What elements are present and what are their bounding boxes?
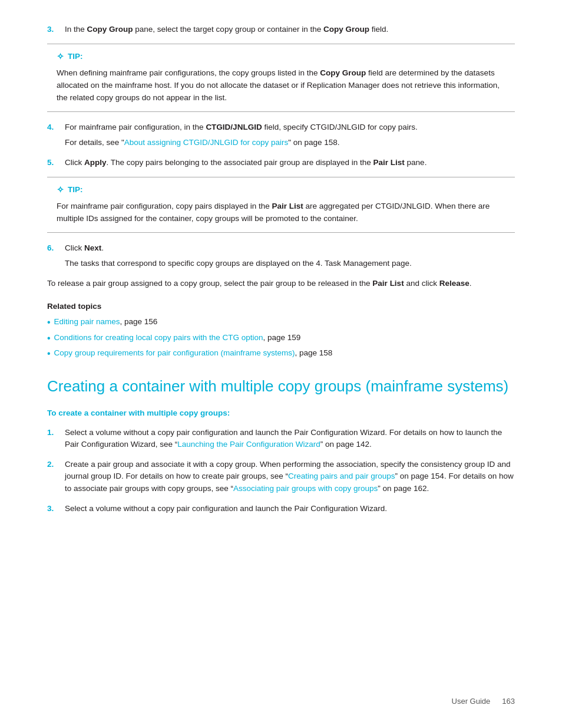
- step-4-content: For mainframe pair configuration, in the…: [65, 121, 515, 149]
- pair-list-label-1: Pair List: [373, 158, 405, 167]
- page: 3. In the Copy Group pane, select the ta…: [0, 0, 562, 728]
- section-heading: Creating a container with multiple copy …: [47, 377, 515, 397]
- new-step-2-number: 2.: [47, 459, 59, 495]
- related-link-2[interactable]: Conditions for creating local copy pairs…: [54, 333, 263, 342]
- tip-label-2: TIP:: [68, 184, 83, 196]
- release-paragraph: To release a pair group assigned to a co…: [47, 278, 515, 290]
- step-6-content: Click Next. The tasks that correspond to…: [65, 242, 515, 270]
- pair-list-label-2: Pair List: [372, 279, 404, 288]
- ctgid-label: CTGID/JNLGID: [206, 123, 262, 131]
- step-5-item: 5. Click Apply. The copy pairs belonging…: [47, 157, 515, 169]
- new-step-2-content: Create a pair group and associate it wit…: [65, 459, 515, 495]
- related-item-3-text: Copy group requirements for pair configu…: [54, 347, 333, 359]
- related-link-3[interactable]: Copy group requirements for pair configu…: [54, 348, 295, 357]
- step-6-item: 6. Click Next. The tasks that correspond…: [47, 242, 515, 270]
- step4-link[interactable]: About assigning CTGID/JNLGID for copy pa…: [124, 138, 288, 147]
- new-step-3-number: 3.: [47, 503, 59, 515]
- related-topics-section: Related topics • Editing pair names, pag…: [47, 301, 515, 360]
- step-4-number: 4.: [47, 121, 59, 149]
- new-step-3-item: 3. Select a volume without a copy pair c…: [47, 503, 515, 515]
- related-link-1[interactable]: Editing pair names: [54, 317, 120, 326]
- bullet-2: •: [47, 332, 51, 345]
- new-step-1-content: Select a volume without a copy pair conf…: [65, 427, 515, 451]
- tip-box-2: ✧ TIP: For mainframe pair configuration,…: [47, 177, 515, 232]
- related-topics-title: Related topics: [47, 301, 515, 312]
- new-step-2-link1[interactable]: Creating pairs and pair groups: [288, 472, 395, 480]
- related-item-3: • Copy group requirements for pair confi…: [47, 347, 515, 360]
- step-5-number: 5.: [47, 157, 59, 169]
- bullet-1: •: [47, 316, 51, 329]
- footer-label: User Guide: [452, 696, 491, 707]
- related-item-2-text: Conditions for creating local copy pairs…: [54, 332, 301, 344]
- copy-group-label-1: Copy Group: [87, 25, 133, 34]
- copy-group-label-2: Copy Group: [323, 25, 369, 34]
- footer-page-number: 163: [502, 696, 515, 707]
- step4-link-suffix: " on page 158.: [288, 138, 339, 147]
- new-step-1-item: 1. Select a volume without a copy pair c…: [47, 427, 515, 451]
- step-3-content: In the Copy Group pane, select the targe…: [65, 24, 515, 35]
- bullet-3: •: [47, 347, 51, 360]
- tip-body-2: For mainframe pair configuration, copy p…: [57, 200, 505, 225]
- sub-heading: To create a container with multiple copy…: [47, 407, 515, 419]
- apply-label: Apply: [84, 158, 107, 167]
- step-3-item: 3. In the Copy Group pane, select the ta…: [47, 24, 515, 35]
- step-4-item: 4. For mainframe pair configuration, in …: [47, 121, 515, 149]
- related-item-2: • Conditions for creating local copy pai…: [47, 332, 515, 345]
- next-label: Next: [84, 243, 101, 252]
- related-topics-list: • Editing pair names, page 156 • Conditi…: [47, 316, 515, 360]
- tip-header-1: ✧ TIP:: [57, 50, 505, 64]
- step-3-number: 3.: [47, 24, 59, 35]
- related-item-1: • Editing pair names, page 156: [47, 316, 515, 329]
- new-step-2-item: 2. Create a pair group and associate it …: [47, 459, 515, 495]
- new-step-3-content: Select a volume without a copy pair conf…: [65, 503, 515, 515]
- new-step-1-link[interactable]: Launching the Pair Configuration Wizard: [177, 440, 320, 449]
- footer: User Guide 163: [452, 696, 515, 707]
- new-steps-section: 1. Select a volume without a copy pair c…: [47, 427, 515, 515]
- related-item-1-text: Editing pair names, page 156: [54, 316, 158, 328]
- step-6-detail: The tasks that correspond to specific co…: [65, 258, 515, 269]
- tip-body-1: When defining mainframe pair configurati…: [57, 67, 505, 104]
- new-step-1-number: 1.: [47, 427, 59, 451]
- tip1-bold: Copy Group: [320, 68, 366, 77]
- step-5-content: Click Apply. The copy pairs belonging to…: [65, 157, 515, 169]
- step-6-number: 6.: [47, 242, 59, 270]
- tip2-bold: Pair List: [272, 202, 303, 210]
- tip-box-1: ✧ TIP: When defining mainframe pair conf…: [47, 44, 515, 111]
- release-label: Release: [439, 279, 470, 288]
- tip-header-2: ✧ TIP:: [57, 183, 505, 197]
- tip-label-1: TIP:: [68, 51, 83, 62]
- tip-icon-2: ✧: [57, 183, 64, 197]
- tip-icon-1: ✧: [57, 50, 64, 64]
- new-step-2-link2[interactable]: Associating pair groups with copy groups: [233, 484, 378, 493]
